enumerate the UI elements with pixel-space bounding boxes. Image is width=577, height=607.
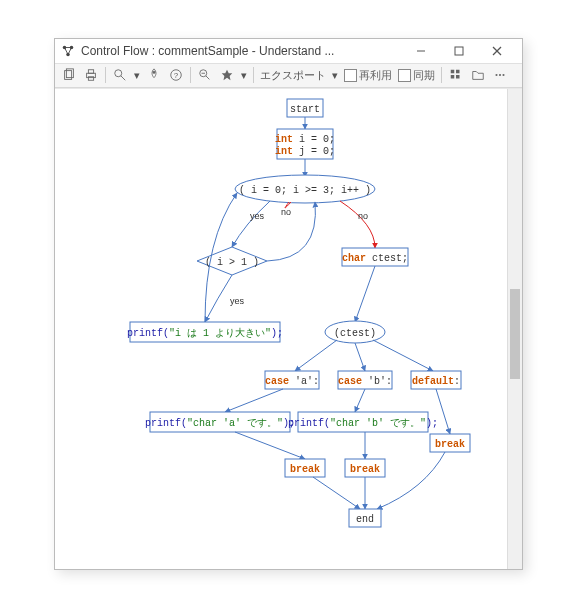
label-if-yes: yes — [230, 296, 245, 306]
node-start[interactable]: start — [287, 99, 323, 117]
svg-text:default:: default: — [412, 375, 460, 386]
svg-point-25 — [495, 74, 497, 76]
minimize-button[interactable] — [402, 39, 440, 63]
more-icon[interactable] — [492, 67, 508, 83]
client-area: start int i = 0; int j = 0; ( i = 0; i >… — [55, 88, 522, 569]
node-printf-a[interactable]: printf("char 'a' です。"); — [145, 412, 295, 432]
window-title: Control Flow : commentSample - Understan… — [81, 44, 402, 58]
export-label[interactable]: エクスポート — [260, 68, 326, 83]
help-icon[interactable]: ? — [168, 67, 184, 83]
node-if[interactable]: ( i > 1 ) — [197, 247, 267, 275]
svg-rect-10 — [88, 70, 93, 74]
svg-text:char ctest;: char ctest; — [342, 252, 408, 263]
svg-point-27 — [502, 74, 504, 76]
edge-if-no-loop — [267, 202, 315, 261]
edge-switch-a — [295, 340, 337, 371]
print-icon[interactable] — [83, 67, 99, 83]
edge-printfa-break — [235, 432, 305, 459]
zoom-out-icon[interactable] — [197, 67, 213, 83]
svg-text:( i = 0; i >= 3; i++ ): ( i = 0; i >= 3; i++ ) — [239, 184, 371, 195]
node-for-cond[interactable]: ( i = 0; i >= 3; i++ ) — [235, 175, 375, 203]
app-icon — [61, 44, 75, 58]
edge-for-no — [340, 201, 375, 248]
svg-rect-22 — [456, 70, 460, 74]
maximize-button[interactable] — [440, 39, 478, 63]
svg-text:break: break — [350, 463, 380, 474]
svg-line-13 — [121, 76, 125, 80]
node-printf1[interactable]: printf("i は 1 より大きい"); — [127, 322, 283, 342]
label-for-no: no — [358, 211, 368, 221]
vertical-scrollbar[interactable] — [507, 89, 522, 569]
edge-breaka-end — [313, 477, 360, 509]
edge-casea-printf — [225, 389, 283, 412]
node-printf-b[interactable]: printf("char 'b' です。"); — [288, 412, 438, 432]
svg-line-19 — [206, 76, 210, 80]
copy-icon[interactable] — [61, 67, 77, 83]
svg-text:int j = 0;: int j = 0; — [275, 145, 335, 156]
svg-rect-24 — [456, 75, 460, 79]
edge-switch-b — [355, 343, 365, 371]
titlebar[interactable]: Control Flow : commentSample - Understan… — [55, 39, 522, 64]
edge-caseb-printf — [355, 389, 365, 412]
node-end[interactable]: end — [349, 509, 381, 527]
node-case-b[interactable]: case 'b': — [338, 371, 392, 389]
svg-point-14 — [153, 71, 156, 74]
svg-text:end: end — [356, 513, 374, 524]
node-start-label: start — [290, 103, 320, 114]
folder-icon[interactable] — [470, 67, 486, 83]
svg-text:?: ? — [174, 71, 179, 80]
zoom-icon[interactable] — [112, 67, 128, 83]
label-for-yes: yes — [250, 211, 265, 221]
grid-icon[interactable] — [448, 67, 464, 83]
reuse-checkbox[interactable]: 再利用 — [344, 68, 392, 83]
label-for-nored: no — [281, 207, 291, 217]
scrollbar-thumb[interactable] — [510, 289, 520, 379]
node-break-a[interactable]: break — [285, 459, 325, 477]
svg-text:printf("char 'a' です。");: printf("char 'a' です。"); — [145, 417, 295, 428]
svg-text:printf("char 'b' です。");: printf("char 'b' です。"); — [288, 417, 438, 428]
node-case-a[interactable]: case 'a': — [265, 371, 319, 389]
svg-text:( i > 1 ): ( i > 1 ) — [205, 256, 259, 267]
edge-default-break — [436, 389, 450, 434]
edge-breakd-end — [377, 452, 445, 509]
svg-text:break: break — [435, 438, 465, 449]
edge-switch-default — [373, 340, 433, 371]
toolbar: ▾ ? ▾ エクスポート ▾ 再利用 同期 — [55, 64, 522, 88]
sync-checkbox[interactable]: 同期 — [398, 68, 435, 83]
node-break-default[interactable]: break — [430, 434, 470, 452]
reuse-label: 再利用 — [359, 68, 392, 83]
svg-text:(ctest): (ctest) — [334, 327, 376, 338]
svg-rect-23 — [451, 75, 455, 79]
flow-canvas[interactable]: start int i = 0; int j = 0; ( i = 0; i >… — [55, 89, 507, 569]
star-icon[interactable] — [219, 67, 235, 83]
star-dropdown-marker[interactable]: ▾ — [241, 69, 247, 82]
node-init[interactable]: int i = 0; int j = 0; — [275, 129, 335, 159]
export-dropdown-marker[interactable]: ▾ — [332, 69, 338, 82]
svg-text:case 'b':: case 'b': — [338, 375, 392, 386]
window-frame: Control Flow : commentSample - Understan… — [54, 38, 523, 570]
node-switch[interactable]: (ctest) — [325, 321, 385, 343]
node-default[interactable]: default: — [411, 371, 461, 389]
node-char-decl[interactable]: char ctest; — [342, 248, 408, 266]
marker-icon[interactable] — [146, 67, 162, 83]
edge-decl-switch — [355, 266, 375, 322]
svg-rect-4 — [455, 47, 463, 55]
close-button[interactable] — [478, 39, 516, 63]
svg-text:case 'a':: case 'a': — [265, 375, 319, 386]
svg-point-26 — [499, 74, 501, 76]
svg-point-12 — [115, 70, 122, 77]
svg-text:int i = 0;: int i = 0; — [275, 133, 335, 144]
svg-text:break: break — [290, 463, 320, 474]
svg-marker-20 — [222, 70, 233, 81]
window-buttons — [402, 39, 516, 63]
node-break-b[interactable]: break — [345, 459, 385, 477]
svg-text:printf("i は 1 より大きい");: printf("i は 1 より大きい"); — [127, 326, 283, 338]
svg-rect-21 — [451, 70, 455, 74]
edge-if-yes — [205, 275, 232, 322]
edge-for-yes — [232, 201, 270, 247]
sync-label: 同期 — [413, 68, 435, 83]
zoom-dropdown-marker[interactable]: ▾ — [134, 69, 140, 82]
